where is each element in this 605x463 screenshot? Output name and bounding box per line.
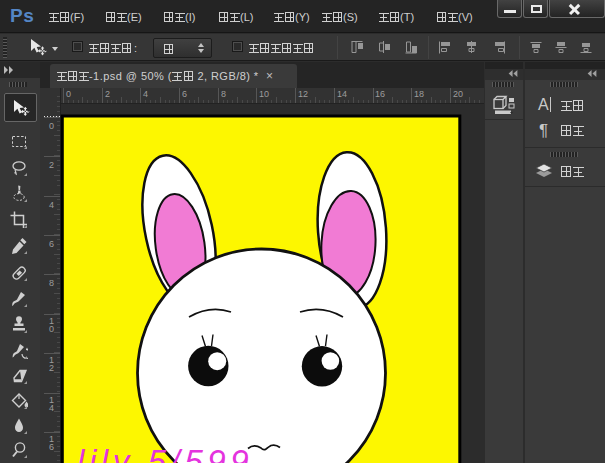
- svg-text:lily 5/599: lily 5/599: [77, 443, 253, 463]
